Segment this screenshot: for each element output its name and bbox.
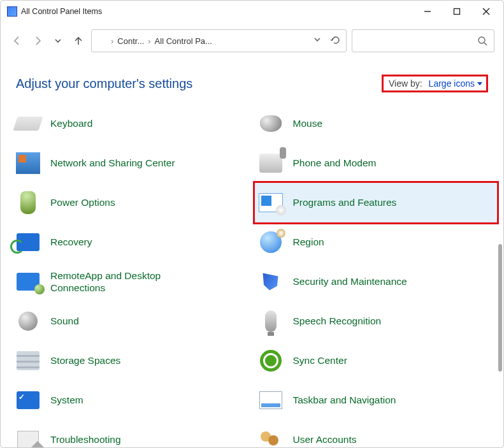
- item-label: Taskbar and Navigation: [293, 394, 396, 406]
- item-taskbar-navigation[interactable]: Taskbar and Navigation: [255, 380, 498, 420]
- back-button[interactable]: [10, 33, 25, 48]
- close-button[interactable]: [472, 2, 501, 21]
- item-phone-modem[interactable]: Phone and Modem: [255, 143, 498, 183]
- monitor-check-icon: [15, 387, 41, 414]
- window-title: All Control Panel Items: [21, 7, 102, 16]
- item-speech-recognition[interactable]: Speech Recognition: [255, 301, 498, 341]
- view-by-label: View by:: [389, 78, 422, 89]
- network-icon: [15, 150, 41, 177]
- svg-line-5: [484, 43, 487, 45]
- item-recovery[interactable]: Recovery: [12, 222, 255, 262]
- users-icon: [257, 426, 284, 447]
- minimize-button[interactable]: [413, 2, 442, 21]
- item-security-maintenance[interactable]: Security and Maintenance: [255, 262, 498, 301]
- recent-dropdown-icon[interactable]: [50, 33, 66, 48]
- search-input[interactable]: [352, 29, 494, 52]
- item-label: Mouse: [293, 117, 323, 129]
- control-panel-window: All Control Panel Items: [0, 0, 504, 448]
- svg-rect-1: [454, 9, 460, 15]
- search-icon: [477, 36, 487, 46]
- battery-icon: [15, 189, 41, 216]
- item-label: System: [50, 394, 83, 406]
- item-keyboard[interactable]: Keyboard: [12, 104, 255, 143]
- toolbar: › Contr... › All Control Pa...: [1, 22, 503, 59]
- globe-icon: [257, 229, 284, 256]
- drives-icon: [15, 347, 41, 374]
- item-label: Speech Recognition: [293, 315, 382, 327]
- microphone-icon: [257, 308, 284, 335]
- item-power-options[interactable]: Power Options: [12, 183, 255, 222]
- item-label: Recovery: [50, 236, 92, 248]
- item-label: Storage Spaces: [50, 354, 120, 366]
- item-system[interactable]: System: [12, 380, 255, 420]
- title-controls: [413, 2, 501, 21]
- phone-icon: [257, 150, 284, 177]
- page-title: Adjust your computer's settings: [16, 76, 382, 91]
- speaker-icon: [15, 308, 41, 335]
- address-icon: [97, 36, 107, 46]
- refresh-button[interactable]: [331, 35, 341, 47]
- item-label: RemoteApp and Desktop Connections: [50, 270, 203, 294]
- item-label: Security and Maintenance: [293, 275, 407, 287]
- chevron-down-icon: [477, 82, 482, 85]
- mouse-icon: [257, 110, 284, 137]
- breadcrumb-sep-icon: ›: [148, 36, 150, 46]
- item-label: Power Options: [50, 196, 115, 208]
- view-by-value: Large icons: [429, 78, 475, 89]
- up-button[interactable]: [71, 33, 86, 48]
- breadcrumb-seg-1[interactable]: Contr...: [117, 36, 144, 46]
- maximize-button[interactable]: [442, 2, 472, 21]
- titlebar: All Control Panel Items: [1, 1, 503, 22]
- svg-point-4: [479, 37, 485, 43]
- address-dropdown-icon[interactable]: [313, 35, 322, 47]
- item-region[interactable]: Region: [255, 222, 498, 262]
- content-area: Keyboard Mouse Network and Sharing Cente…: [1, 104, 503, 447]
- keyboard-icon: [15, 110, 41, 137]
- item-sync-center[interactable]: Sync Center: [255, 341, 498, 380]
- item-mouse[interactable]: Mouse: [255, 104, 498, 143]
- item-network-sharing[interactable]: Network and Sharing Center: [12, 143, 255, 183]
- item-label: Sound: [50, 315, 79, 327]
- forward-button[interactable]: [30, 33, 45, 48]
- item-troubleshooting[interactable]: Troubleshooting: [12, 420, 255, 447]
- item-remoteapp[interactable]: RemoteApp and Desktop Connections: [12, 262, 255, 301]
- flag-icon: [257, 268, 284, 295]
- item-label: Region: [293, 236, 324, 248]
- item-label: Keyboard: [50, 117, 92, 129]
- item-storage-spaces[interactable]: Storage Spaces: [12, 341, 255, 380]
- control-panel-icon: [7, 6, 17, 17]
- vertical-scrollbar[interactable]: [494, 104, 503, 447]
- heading-row: Adjust your computer's settings View by:…: [1, 59, 503, 95]
- item-user-accounts[interactable]: User Accounts: [255, 420, 498, 447]
- programs-icon: [257, 189, 284, 216]
- breadcrumb-sep-icon: ›: [111, 36, 113, 46]
- wrench-icon: [15, 426, 41, 447]
- item-label: User Accounts: [293, 433, 357, 445]
- item-label: Troubleshooting: [50, 433, 121, 445]
- breadcrumb-seg-2[interactable]: All Control Pa...: [155, 36, 212, 46]
- recovery-icon: [15, 229, 41, 256]
- item-label: Sync Center: [293, 354, 347, 366]
- taskbar-icon: [257, 387, 284, 414]
- address-bar[interactable]: › Contr... › All Control Pa...: [91, 29, 347, 52]
- scrollbar-thumb[interactable]: [498, 244, 502, 372]
- view-by-control[interactable]: View by: Large icons: [382, 75, 488, 92]
- item-sound[interactable]: Sound: [12, 301, 255, 341]
- sync-icon: [257, 347, 284, 374]
- item-label: Phone and Modem: [293, 157, 377, 169]
- item-programs-features[interactable]: Programs and Features: [253, 181, 500, 224]
- item-label: Network and Sharing Center: [50, 157, 175, 169]
- remoteapp-icon: [15, 268, 41, 295]
- item-label: Programs and Features: [293, 196, 397, 208]
